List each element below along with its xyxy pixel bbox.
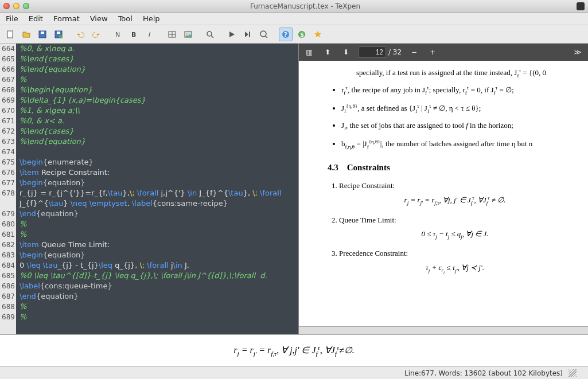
zoom-window-button[interactable] — [23, 3, 29, 9]
preview-bullet-list: rfτ, the recipe of any job in Jfτ; speci… — [328, 84, 571, 150]
preview-bullet: bf,η,θ = |Jf{η,θ}|, the number of batche… — [341, 138, 571, 151]
constraint-item: Precedence Constraint:τj + εrj ≤ τj', ∀j… — [339, 248, 571, 275]
code-editor[interactable]: 6646656666676686696706716726736746756766… — [0, 44, 298, 334]
svg-rect-4 — [57, 32, 60, 34]
preview-page: specially, if a test run is assigned at … — [299, 61, 588, 326]
preview-bullet: Jf{η,θ}, a set defined as {Jfτ | Jfτ ≠ ∅… — [341, 103, 571, 115]
preview-top-line: specially, if a test run is assigned at … — [328, 68, 571, 79]
insert-table-button[interactable] — [165, 28, 179, 41]
svg-text:$: $ — [300, 32, 304, 38]
page-total-label: / 32 — [388, 48, 402, 56]
font-italic-button[interactable]: I — [143, 28, 157, 41]
build-button[interactable] — [257, 28, 271, 41]
step-button[interactable] — [241, 28, 255, 41]
svg-line-15 — [211, 36, 213, 38]
zoom-in-icon[interactable]: + — [427, 46, 438, 58]
open-button[interactable] — [20, 28, 33, 41]
new-doc-button[interactable] — [3, 28, 17, 41]
resize-grip[interactable] — [568, 369, 577, 377]
menu-format[interactable]: Format — [53, 14, 80, 23]
preview-bullet: Jf, the set of jobs that are assigned to… — [341, 120, 571, 132]
svg-text:B: B — [131, 31, 136, 38]
redo-button[interactable] — [89, 28, 103, 41]
menu-edit[interactable]: Edit — [29, 14, 43, 23]
line-gutter: 6646656666676686696706716726736746756766… — [0, 44, 16, 334]
equation-preview-panel: rj = rj' = rf,τ, ∀ j,j' ∈ Jfτ, ∀Jfτ≠∅. — [0, 334, 588, 366]
help-button[interactable]: ? — [279, 28, 293, 41]
preview-hscrollbar[interactable] — [299, 326, 588, 334]
undo-button[interactable] — [73, 28, 87, 41]
status-bar: Line:677, Words: 13602 (about 102 Kiloby… — [0, 366, 588, 379]
status-text: Line:677, Words: 13602 (about 102 Kiloby… — [404, 369, 563, 377]
svg-text:N: N — [115, 31, 120, 38]
zoom-button[interactable] — [203, 28, 217, 41]
svg-point-5 — [59, 35, 63, 38]
expand-icon[interactable]: ≫ — [572, 46, 583, 58]
svg-point-17 — [260, 31, 266, 37]
star-button[interactable] — [311, 28, 325, 41]
svg-line-18 — [266, 36, 267, 38]
close-window-button[interactable] — [3, 3, 10, 9]
workspace: 6646656666676686696706716726736746756766… — [0, 44, 588, 334]
equation-preview-content: rj = rj' = rf,τ, ∀ j,j' ∈ Jfτ, ∀Jfτ≠∅. — [233, 344, 354, 357]
page-indicator: / 32 — [359, 46, 402, 58]
section-number: 4.3 — [328, 163, 338, 172]
svg-point-13 — [186, 33, 188, 34]
svg-rect-2 — [41, 32, 44, 34]
run-button[interactable] — [225, 28, 239, 41]
sync-button[interactable]: $ — [295, 28, 309, 41]
page-number-input[interactable] — [359, 46, 386, 58]
font-bold-button[interactable]: B — [127, 28, 141, 41]
svg-text:?: ? — [284, 32, 287, 38]
section-heading: 4.3 Constraints — [328, 163, 571, 173]
window-controls — [3, 3, 29, 9]
window-title: FurnaceManuscript.tex - TeXpen — [34, 2, 577, 10]
title-bar: FurnaceManuscript.tex - TeXpen — [0, 0, 588, 13]
insert-image-button[interactable] — [181, 28, 195, 41]
constraint-item: Queue Time Limit:0 ≤ τj − tj ≤ qj, ∀j ∈ … — [339, 215, 571, 241]
menu-help[interactable]: Help — [143, 14, 160, 23]
toolbar: N B I ? $ — [0, 25, 588, 44]
pdf-preview: ▥ ⬆ ⬇ / 32 − + ≫ specially, if a test ru… — [298, 44, 588, 334]
menu-tool[interactable]: Tool — [118, 14, 133, 23]
page-up-icon[interactable]: ⬆ — [322, 46, 333, 58]
menu-file[interactable]: File — [6, 14, 18, 23]
app-icon — [577, 2, 585, 10]
constraint-item: Recipe Constraint:rj = rj' = rf,τ, ∀j, j… — [339, 181, 571, 207]
svg-point-14 — [207, 32, 212, 36]
save-button[interactable] — [36, 28, 49, 41]
save-as-button[interactable] — [52, 28, 65, 41]
page-down-icon[interactable]: ⬇ — [340, 46, 352, 58]
svg-rect-16 — [249, 32, 250, 37]
sidebar-toggle-icon[interactable]: ▥ — [303, 46, 315, 58]
svg-rect-0 — [7, 31, 13, 38]
preview-toolbar: ▥ ⬆ ⬇ / 32 − + ≫ — [299, 44, 588, 61]
constraints-list: Recipe Constraint:rj = rj' = rf,τ, ∀j, j… — [328, 181, 571, 275]
preview-body[interactable]: specially, if a test run is assigned at … — [299, 61, 588, 326]
font-normal-button[interactable]: N — [111, 28, 125, 41]
preview-bullet: rfτ, the recipe of any job in Jfτ; speci… — [341, 84, 571, 97]
menu-bar: File Edit Format View Tool Help — [0, 13, 588, 25]
code-area[interactable]: %0, & x\neq a.%\end{cases}%\end{equation… — [16, 44, 298, 322]
menu-view[interactable]: View — [90, 14, 108, 23]
section-title: Constraints — [347, 163, 390, 172]
minimize-window-button[interactable] — [13, 3, 20, 9]
zoom-out-icon[interactable]: − — [408, 46, 420, 58]
svg-text:I: I — [148, 31, 151, 38]
